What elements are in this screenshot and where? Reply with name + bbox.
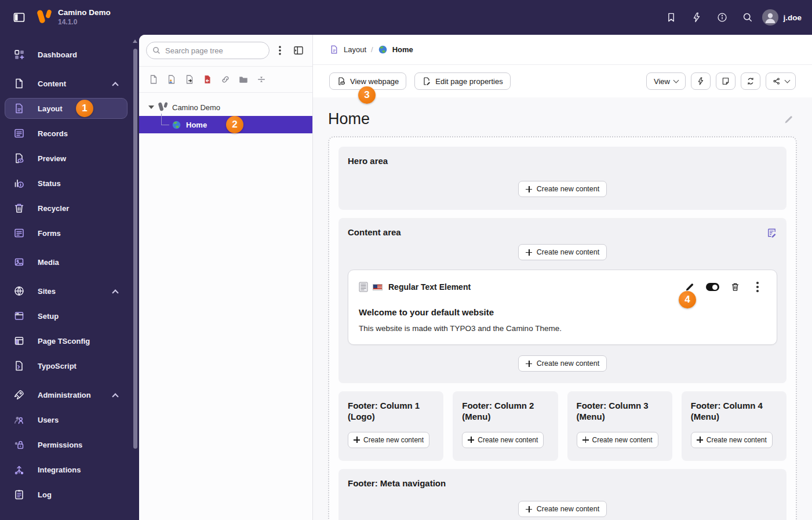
- create-new-content-label: Create new content: [478, 436, 538, 444]
- cache-button[interactable]: [691, 72, 711, 90]
- chevron-down-icon[interactable]: [148, 106, 154, 109]
- new-page-user-icon[interactable]: [165, 73, 178, 86]
- permissions-icon: [12, 438, 26, 452]
- annotation-step-3: 3: [358, 86, 376, 104]
- column-title: Footer: Column 4 (Menu): [691, 401, 777, 423]
- plus-icon: [526, 361, 532, 367]
- refresh-button[interactable]: [741, 72, 760, 90]
- help-button[interactable]: [711, 6, 733, 28]
- create-new-content-button[interactable]: Create new content: [518, 501, 607, 517]
- edit-content-list-icon[interactable]: [766, 227, 777, 238]
- create-new-content-label: Create new content: [537, 359, 599, 368]
- new-page-icon[interactable]: [147, 73, 160, 86]
- breadcrumb-module[interactable]: Layout: [344, 45, 366, 54]
- column-footer-3: Footer: Column 3 (Menu) Create new conte…: [567, 391, 672, 461]
- sidebar-item-setup[interactable]: Setup: [5, 306, 128, 326]
- plus-icon: [526, 186, 532, 192]
- sidebar-scroll-up-icon[interactable]: [133, 39, 137, 43]
- collapse-tree-panel-button[interactable]: [290, 42, 307, 59]
- sidebar-item-users[interactable]: Users: [5, 409, 128, 430]
- brand[interactable]: Camino Demo 14.1.0: [37, 8, 111, 27]
- edit-element-button[interactable]: 4: [682, 279, 697, 294]
- sidebar-item-integrations[interactable]: Integrations: [5, 459, 128, 480]
- column-title: Footer: Column 2 (Menu): [462, 401, 548, 423]
- sidebar-item-sites[interactable]: Sites: [5, 281, 128, 301]
- sidebar-item-media[interactable]: Media: [5, 252, 128, 272]
- globe-page-icon: [172, 120, 181, 130]
- typoscript-icon: [12, 359, 26, 373]
- column-content-area: Content area Create new content: [338, 218, 786, 383]
- edit-page-icon: [422, 77, 431, 86]
- sidebar-item-preview[interactable]: Preview: [5, 148, 128, 169]
- new-shortcut-page-icon[interactable]: [183, 73, 196, 86]
- sidebar-item-typoscript[interactable]: TypoScript: [5, 355, 128, 376]
- page-tree-search-input[interactable]: [146, 42, 270, 59]
- create-new-content-button[interactable]: Create new content: [691, 432, 773, 448]
- create-new-content-button[interactable]: Create new content: [462, 432, 544, 448]
- sidebar-item-label: Media: [38, 258, 59, 267]
- separator-icon[interactable]: [255, 73, 268, 86]
- new-link-page-icon[interactable]: [201, 73, 214, 86]
- forms-icon: [12, 226, 26, 240]
- bookmarks-button[interactable]: [660, 6, 682, 28]
- sidebar-item-page-tsconfig[interactable]: Page TSconfig: [5, 330, 128, 351]
- delete-element-button[interactable]: [727, 279, 742, 294]
- sidebar-item-label: Administration: [38, 391, 91, 399]
- search-button[interactable]: [737, 6, 759, 28]
- create-new-content-button[interactable]: Create new content: [348, 432, 429, 448]
- element-more-button[interactable]: [750, 279, 765, 294]
- edit-title-icon[interactable]: [784, 115, 793, 125]
- view-dropdown-button[interactable]: View: [646, 72, 686, 90]
- module-menu: Dashboard Content Layout 1: [0, 35, 139, 520]
- link-icon[interactable]: [219, 73, 232, 86]
- edit-page-properties-button[interactable]: Edit page properties: [414, 72, 510, 90]
- chevron-up-icon: [112, 393, 118, 399]
- annotation-step-4: 4: [679, 291, 696, 308]
- module-main: Layout / Home View webpage: [313, 35, 812, 520]
- create-new-content-button[interactable]: Create new content: [518, 355, 607, 372]
- sidebar-item-log[interactable]: Log: [5, 484, 128, 505]
- breadcrumb-page[interactable]: Home: [392, 45, 413, 54]
- sidebar-scrollbar[interactable]: [133, 49, 137, 449]
- create-new-content-button[interactable]: Create new content: [518, 181, 607, 197]
- typo3-backend: Camino Demo 14.1.0 j.doe: [0, 0, 812, 520]
- create-new-content-label: Create new content: [707, 436, 767, 444]
- text-element-type-icon: [359, 282, 368, 292]
- create-new-content-button[interactable]: Create new content: [577, 432, 658, 448]
- sidebar-item-records[interactable]: Records: [5, 123, 128, 144]
- sidebar-item-layout[interactable]: Layout 1: [5, 98, 128, 119]
- folder-icon[interactable]: [237, 73, 250, 86]
- content-element-regular-text[interactable]: Regular Text Element 4: [348, 270, 777, 345]
- collapse-panel-icon: [293, 45, 304, 56]
- layout-icon: [12, 101, 26, 115]
- recycler-icon: [12, 201, 26, 215]
- share-dropdown-button[interactable]: [766, 72, 796, 90]
- sidebar-item-label: Forms: [38, 229, 61, 238]
- sidebar-item-content[interactable]: Content: [5, 73, 128, 94]
- tree-options-button[interactable]: [272, 42, 288, 59]
- sidebar-item-administration[interactable]: Administration: [5, 384, 128, 405]
- bolt-icon: [691, 12, 702, 23]
- sidebar-item-label: Records: [38, 129, 68, 138]
- modulemenu-toggle-button[interactable]: [9, 8, 29, 27]
- user-menu-button[interactable]: j.doe: [762, 9, 802, 26]
- tree-node-home[interactable]: Home 2: [139, 116, 312, 133]
- sidebar-item-forms[interactable]: Forms: [5, 223, 128, 243]
- setup-icon: [12, 309, 26, 323]
- annotation-step-1: 1: [76, 100, 93, 117]
- sidebar-item-permissions[interactable]: Permissions: [5, 434, 128, 455]
- typo3-site-icon: [158, 102, 168, 112]
- sidebar-item-label: Permissions: [38, 441, 82, 449]
- chevron-up-icon: [112, 82, 118, 88]
- page-tree-panel: Camino Demo Home 2: [139, 35, 313, 520]
- sidebar-item-dashboard[interactable]: Dashboard: [5, 44, 128, 65]
- page-tree: Camino Demo Home 2: [139, 93, 312, 520]
- sidebar-item-status[interactable]: Status: [5, 173, 128, 194]
- hide-element-toggle[interactable]: [705, 279, 720, 294]
- clear-cache-button[interactable]: [686, 6, 708, 28]
- create-new-content-button[interactable]: Create new content: [518, 244, 607, 260]
- typo3-logo-icon: [37, 9, 52, 26]
- note-button[interactable]: [716, 72, 735, 90]
- view-dropdown-label: View: [654, 77, 670, 86]
- sidebar-item-recycler[interactable]: Recycler: [5, 198, 128, 219]
